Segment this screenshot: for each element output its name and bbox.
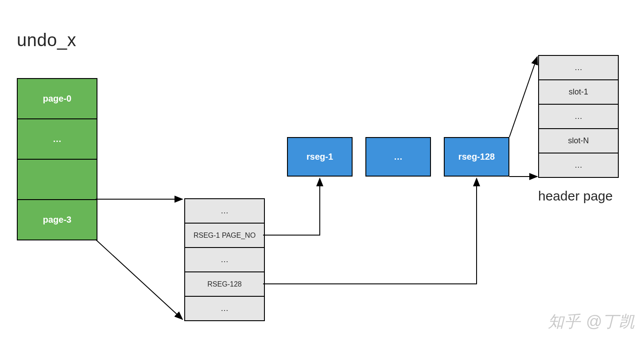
- header-page-cell: slot-N: [539, 129, 618, 153]
- undo-page-cell: [18, 160, 97, 200]
- arrow-rseg128-to-header-top: [509, 57, 537, 137]
- header-page-cell: slot-1: [539, 80, 618, 105]
- rseg-dir-cell: …: [185, 297, 264, 321]
- header-page-cell: …: [539, 105, 618, 129]
- rseg-dir-cell: RSEG-1 PAGE_NO: [185, 224, 264, 248]
- undo-page-cell: page-0: [18, 79, 97, 119]
- rseg-dir-cell: RSEG-128: [185, 272, 264, 297]
- header-page-cell: …: [539, 153, 618, 178]
- watermark: 知乎 @丁凯: [548, 311, 635, 333]
- rseg-box-1: rseg-1: [287, 137, 353, 177]
- arrow-page3-to-dir-bottom: [96, 240, 182, 319]
- header-page-stack: … slot-1 … slot-N …: [538, 55, 619, 178]
- rseg-dir-cell: …: [185, 199, 264, 224]
- header-page-cell: …: [539, 56, 618, 80]
- arrow-rseg128-to-box: [263, 178, 477, 284]
- undo-page-cell: page-3: [18, 200, 97, 240]
- diagram-title: undo_x: [17, 30, 76, 50]
- arrow-rseg1-to-box: [263, 178, 320, 235]
- undo-page-stack: page-0 … page-3: [17, 78, 97, 240]
- rseg-directory-stack: … RSEG-1 PAGE_NO … RSEG-128 …: [184, 198, 265, 321]
- rseg-dir-cell: …: [185, 248, 264, 272]
- undo-page-cell: …: [18, 119, 97, 160]
- rseg-box-128: rseg-128: [444, 137, 509, 177]
- rseg-box-ellipsis: …: [365, 137, 431, 177]
- header-page-caption: header page: [538, 189, 613, 204]
